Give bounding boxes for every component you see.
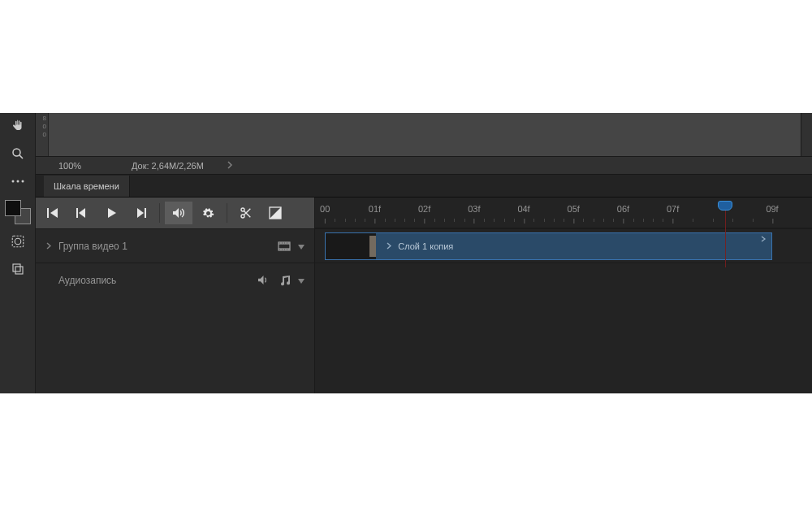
ruler-tick: 01f <box>369 204 381 214</box>
ruler-tick: 02f <box>418 204 430 214</box>
audio-icon <box>172 207 185 219</box>
vertical-ruler: 8 0 0 <box>36 113 49 156</box>
transport-bar <box>36 198 314 228</box>
ruler-tick: 07f <box>667 204 679 214</box>
svg-line-1 <box>19 155 22 158</box>
video-group-row[interactable]: Группа видео 1 <box>36 228 314 263</box>
transition-icon <box>269 206 282 219</box>
ruler-tick: 05f <box>568 204 580 214</box>
svg-rect-8 <box>15 267 23 274</box>
svg-point-6 <box>15 238 21 245</box>
ruler-label: 0 <box>36 131 46 139</box>
timeline-left-pane: Группа видео 1 Аудиозапись <box>36 198 315 393</box>
playhead-line <box>725 211 726 267</box>
app-window: 8 0 0 100% Док: 2,64M/2,26M Шкала времен… <box>0 113 812 393</box>
clip-end-icon[interactable] <box>760 235 768 243</box>
svg-point-12 <box>241 208 244 211</box>
more-tools[interactable] <box>7 172 28 191</box>
dropdown-chevron-icon[interactable] <box>298 241 306 252</box>
play-button[interactable] <box>97 202 125 224</box>
audio-track-area[interactable] <box>315 263 812 297</box>
tool-strip <box>0 113 36 393</box>
svg-rect-9 <box>47 208 49 218</box>
zoom-icon <box>11 146 25 161</box>
time-ruler[interactable]: 0001f02f03f04f05f06f07f09f <box>315 198 812 228</box>
settings-button[interactable] <box>194 202 222 224</box>
first-frame-button[interactable] <box>39 202 67 224</box>
clip-label: Слой 1 копия <box>398 241 453 251</box>
color-swatches[interactable] <box>6 201 30 224</box>
first-frame-icon <box>46 207 59 219</box>
main-area: 8 0 0 100% Док: 2,64M/2,26M Шкала времен… <box>36 113 812 393</box>
music-note-icon[interactable] <box>277 275 292 286</box>
video-clip[interactable]: Слой 1 копия <box>325 232 772 260</box>
status-chevron-icon[interactable] <box>204 161 233 171</box>
clip-thumbnail <box>326 233 376 259</box>
transition-button[interactable] <box>261 202 289 224</box>
next-frame-icon <box>135 207 146 219</box>
svg-point-13 <box>241 215 244 218</box>
next-frame-button[interactable] <box>127 202 154 224</box>
prev-frame-button[interactable] <box>68 202 96 224</box>
svg-point-0 <box>13 149 20 156</box>
playhead[interactable] <box>718 201 732 212</box>
audio-toggle-button[interactable] <box>165 202 192 224</box>
expand-chevron-icon[interactable] <box>44 241 52 252</box>
mask-icon <box>11 234 25 249</box>
svg-point-2 <box>11 180 14 183</box>
artboard-icon <box>11 262 25 276</box>
play-icon <box>106 207 117 219</box>
ruler-label: 8 <box>36 115 46 123</box>
status-bar: 100% Док: 2,64M/2,26M <box>36 157 812 175</box>
vertical-scrollbar[interactable] <box>801 113 812 157</box>
dropdown-chevron-icon[interactable] <box>298 275 306 286</box>
more-icon <box>11 179 25 184</box>
hand-icon <box>11 119 25 133</box>
video-track[interactable]: Слой 1 копия <box>315 228 812 263</box>
clip-expand-icon[interactable] <box>376 241 398 251</box>
foreground-swatch[interactable] <box>6 201 20 215</box>
separator <box>227 203 227 223</box>
audio-icon[interactable] <box>256 275 270 285</box>
hand-tool[interactable] <box>7 116 28 136</box>
svg-rect-7 <box>13 264 20 271</box>
scissors-icon <box>240 206 253 219</box>
separator <box>159 203 160 223</box>
timeline-right-pane: 0001f02f03f04f05f06f07f09f Слой 1 копия <box>315 198 812 393</box>
timeline-panel: Группа видео 1 Аудиозапись <box>36 198 812 393</box>
ruler-tick: 00 <box>320 204 330 214</box>
tab-timeline[interactable]: Шкала времени <box>44 176 130 197</box>
gear-icon <box>202 207 214 219</box>
svg-rect-10 <box>76 208 78 218</box>
layer-name: Группа видео 1 <box>58 241 270 252</box>
layer-name: Аудиозапись <box>58 275 249 286</box>
doc-size[interactable]: Док: 2,64M/2,26M <box>123 161 204 171</box>
svg-rect-11 <box>145 208 146 218</box>
ruler-tick: 06f <box>617 204 629 214</box>
ruler-tick: 03f <box>468 204 480 214</box>
svg-point-3 <box>16 180 19 183</box>
quick-mask-tool[interactable] <box>7 232 28 251</box>
panel-tabs: Шкала времени <box>36 175 812 198</box>
svg-point-4 <box>21 180 24 183</box>
screen-mode-tool[interactable] <box>7 259 28 279</box>
ruler-tick: 04f <box>517 204 529 214</box>
document-area: 8 0 0 <box>36 113 812 157</box>
ruler-tick: 09f <box>766 204 778 214</box>
zoom-level[interactable]: 100% <box>36 161 123 171</box>
split-button[interactable] <box>232 202 260 224</box>
zoom-tool[interactable] <box>7 144 28 163</box>
playhead-cap-icon <box>718 201 732 211</box>
audio-track-row[interactable]: Аудиозапись <box>36 263 314 297</box>
ruler-label: 0 <box>36 123 46 131</box>
prev-frame-icon <box>76 207 88 219</box>
filmstrip-icon[interactable] <box>277 241 292 251</box>
svg-rect-5 <box>12 236 24 247</box>
canvas[interactable]: 8 0 0 <box>36 113 801 157</box>
